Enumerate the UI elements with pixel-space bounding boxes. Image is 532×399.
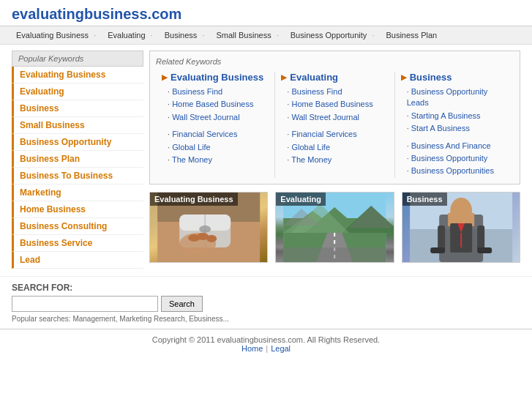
nav-item-1[interactable]: Evaluating	[103, 29, 157, 41]
card-label-0: Evaluating Business	[150, 193, 238, 206]
rk-column-2: ▶BusinessBusiness Opportunity LeadsStart…	[395, 72, 514, 178]
nav-bar: Evaluating BusinessEvaluatingBusinessSma…	[0, 26, 532, 45]
svg-rect-33	[477, 247, 492, 253]
nav-item-4[interactable]: Business Opportunity	[286, 29, 379, 41]
sidebar-item-11[interactable]: Lead	[12, 252, 143, 269]
sidebar-item-3[interactable]: Small Business	[12, 117, 143, 134]
rk-column-title-1: ▶Evaluating	[281, 72, 388, 83]
sidebar-item-1[interactable]: Evaluating	[12, 83, 143, 100]
nav-item-5[interactable]: Business Plan	[381, 29, 441, 41]
sidebar-item-8[interactable]: Home Business	[12, 201, 143, 218]
image-card-1[interactable]: Evaluating	[275, 192, 394, 263]
svg-point-9	[206, 235, 217, 242]
rk-link-col1-g2-1[interactable]: Global Life	[281, 141, 388, 154]
rk-link-col0-g1-1[interactable]: Home Based Business	[162, 98, 269, 111]
footer-link-0[interactable]: Home	[241, 344, 263, 353]
sidebar-item-4[interactable]: Business Opportunity	[12, 134, 143, 151]
sidebar-item-9[interactable]: Business Consulting	[12, 218, 143, 235]
search-area: SEARCH FOR: Search Popular searches: Man…	[0, 276, 532, 329]
rk-link-col0-g2-1[interactable]: Global Life	[162, 141, 269, 154]
nav-item-0[interactable]: Evaluating Business	[12, 29, 100, 41]
svg-rect-31	[477, 225, 484, 251]
copyright-text: Copyright © 2011 evaluatingbusiness.com.…	[6, 335, 526, 344]
sidebar-item-2[interactable]: Business	[12, 100, 143, 117]
rk-link-col2-g1-0[interactable]: Business Opportunity Leads	[401, 86, 508, 110]
nav-item-2[interactable]: Business	[160, 29, 209, 41]
rk-column-1: ▶EvaluatingBusiness FindHome Based Busin…	[275, 72, 394, 178]
arrow-icon-2: ▶	[401, 73, 407, 81]
rk-column-title-2: ▶Business	[401, 72, 508, 83]
rk-link-col2-g2-2[interactable]: Business Opportunities	[401, 165, 508, 177]
svg-rect-30	[438, 225, 445, 251]
rk-link-col1-g2-0[interactable]: Financial Services	[281, 128, 388, 141]
card-label-1: Evaluating	[276, 193, 326, 206]
sidebar-title: Popular Keywords	[12, 51, 143, 67]
svg-point-26	[450, 198, 472, 224]
site-title[interactable]: evaluatingbusiness.com	[12, 6, 181, 22]
sidebar: Popular Keywords Evaluating BusinessEval…	[12, 51, 143, 270]
image-card-0[interactable]: Evaluating Business	[149, 192, 268, 263]
header: evaluatingbusiness.com	[0, 0, 532, 26]
image-cards: Evaluating Business Evaluating	[149, 192, 520, 263]
rk-link-col2-g1-1[interactable]: Starting A Business	[401, 110, 508, 122]
footer-link-1[interactable]: Legal	[271, 344, 291, 353]
image-card-2[interactable]: Business	[402, 192, 520, 263]
svg-rect-20	[283, 247, 386, 262]
rk-column-title-0: ▶Evaluating Business	[162, 72, 269, 83]
rk-link-col2-g2-0[interactable]: Business And Finance	[401, 140, 508, 152]
rk-link-col2-g1-2[interactable]: Start A Business	[401, 122, 508, 135]
sidebar-items: Evaluating BusinessEvaluatingBusinessSma…	[12, 67, 143, 269]
rk-link-col1-g1-1[interactable]: Home Based Business	[281, 98, 388, 111]
sidebar-item-7[interactable]: Marketing	[12, 184, 143, 201]
sidebar-item-0[interactable]: Evaluating Business	[12, 67, 143, 83]
footer: Copyright © 2011 evaluatingbusiness.com.…	[0, 329, 532, 359]
search-row: Search	[12, 296, 520, 312]
rk-link-col0-g1-0[interactable]: Business Find	[162, 86, 269, 98]
card-label-2: Business	[402, 193, 447, 206]
sidebar-item-6[interactable]: Business To Business	[12, 168, 143, 184]
rk-column-0: ▶Evaluating BusinessBusiness FindHome Ba…	[156, 72, 275, 178]
related-keywords-box: Related Keywords ▶Evaluating BusinessBus…	[149, 51, 520, 184]
rk-columns: ▶Evaluating BusinessBusiness FindHome Ba…	[156, 72, 514, 178]
rk-link-col1-g2-2[interactable]: The Money	[281, 154, 388, 166]
svg-point-5	[199, 225, 211, 233]
related-keywords-title: Related Keywords	[156, 57, 514, 66]
content-area: Related Keywords ▶Evaluating BusinessBus…	[149, 51, 520, 270]
rk-link-col0-g1-2[interactable]: Wall Street Journal	[162, 111, 269, 124]
rk-link-col0-g2-0[interactable]: Financial Services	[162, 128, 269, 141]
search-label: SEARCH FOR:	[12, 283, 520, 293]
rk-link-col2-g2-1[interactable]: Business Opportunity	[401, 152, 508, 165]
arrow-icon-1: ▶	[281, 73, 287, 81]
main-container: Popular Keywords Evaluating BusinessEval…	[0, 45, 532, 276]
sidebar-item-5[interactable]: Business Plan	[12, 151, 143, 168]
footer-divider-1: |	[266, 344, 268, 353]
rk-link-col0-g2-2[interactable]: The Money	[162, 154, 269, 166]
rk-link-col1-g1-2[interactable]: Wall Street Journal	[281, 111, 388, 124]
search-button[interactable]: Search	[161, 296, 203, 312]
arrow-icon-0: ▶	[162, 73, 168, 81]
nav-item-3[interactable]: Small Business	[211, 29, 282, 41]
popular-searches: Popular searches: Management, Marketing …	[12, 315, 520, 323]
rk-link-col1-g1-0[interactable]: Business Find	[281, 86, 388, 98]
svg-rect-32	[430, 247, 445, 253]
sidebar-item-10[interactable]: Business Service	[12, 235, 143, 252]
search-input[interactable]	[12, 296, 158, 312]
footer-links: Home|Legal	[6, 344, 526, 353]
